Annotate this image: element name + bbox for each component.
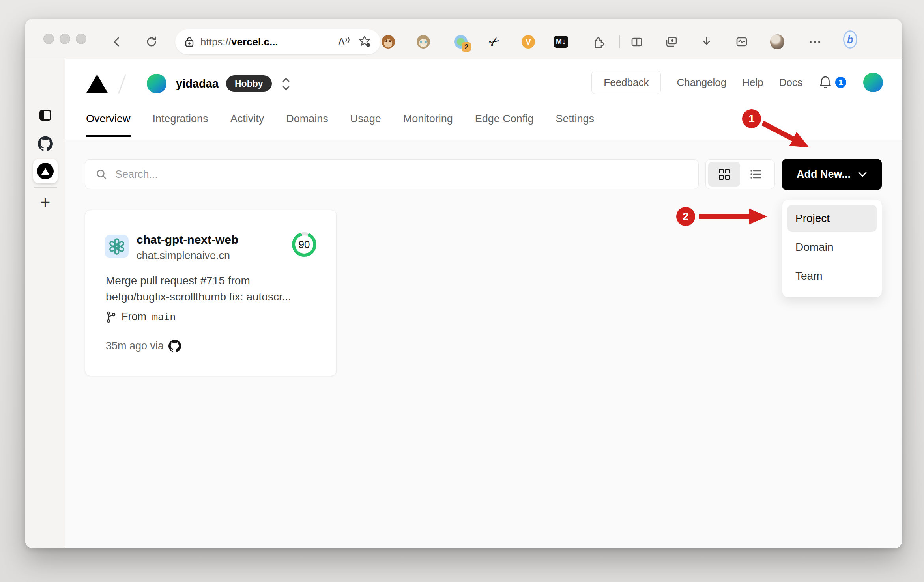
- breadcrumb-slash: [118, 74, 126, 94]
- zoom-window-button[interactable]: [76, 34, 86, 44]
- read-aloud-letter: A: [338, 36, 345, 48]
- monkey-extension-button[interactable]: [381, 35, 395, 49]
- plan-badge: Hobby: [226, 75, 272, 92]
- profile-button[interactable]: [770, 35, 784, 49]
- user-avatar[interactable]: [863, 73, 883, 92]
- add-new-button[interactable]: Add New...: [782, 159, 882, 190]
- branch-row: From main: [106, 311, 176, 323]
- split-screen-icon: [630, 35, 643, 48]
- tab-overview[interactable]: Overview: [86, 113, 131, 137]
- notifications-button[interactable]: 1: [818, 75, 847, 90]
- git-branch-icon: [106, 311, 116, 323]
- commit-message: Merge pull request #715 from betgo/bugfi…: [106, 272, 321, 305]
- vercel-header: yidadaa Hobby Feedback Changelog Help Do…: [65, 59, 902, 106]
- scissors-icon: ✂: [485, 33, 503, 51]
- tab-github[interactable]: [25, 136, 65, 151]
- branch-name: main: [152, 311, 176, 323]
- tab-domains[interactable]: Domains: [286, 113, 328, 137]
- refresh-button[interactable]: [144, 35, 159, 49]
- grid-view-icon: [719, 169, 730, 180]
- address-bar[interactable]: https://vercel.c... A: [175, 29, 380, 54]
- more-menu-button[interactable]: [808, 35, 822, 49]
- lighthouse-score-ring[interactable]: 90: [292, 232, 316, 257]
- header-actions: Feedback Changelog Help Docs 1: [591, 70, 883, 95]
- vercel-favicon: [37, 163, 54, 179]
- menu-item-domain[interactable]: Domain: [787, 234, 877, 261]
- team-switcher-button[interactable]: [281, 76, 291, 93]
- github-source-icon: [168, 340, 181, 352]
- help-link[interactable]: Help: [742, 76, 763, 89]
- traffic-lights: [43, 34, 86, 44]
- minimize-window-button[interactable]: [60, 34, 70, 44]
- clipper-extension-button[interactable]: ✂: [487, 35, 501, 49]
- ellipsis-icon: [810, 41, 820, 43]
- up-down-chevron-icon: [281, 76, 291, 92]
- project-card[interactable]: chat-gpt-next-web chat.simplenaive.cn 90…: [85, 210, 337, 376]
- vercel-logo-icon[interactable]: [86, 75, 108, 93]
- view-switcher: [705, 159, 775, 189]
- vertical-tabs-sidebar: +: [25, 59, 65, 548]
- feedback-button[interactable]: Feedback: [591, 71, 661, 94]
- list-view-icon: [750, 169, 762, 179]
- tab-edge-config[interactable]: Edge Config: [475, 113, 534, 137]
- github-icon: [38, 136, 53, 151]
- read-aloud-button[interactable]: A: [338, 36, 350, 48]
- toolbar-separator: [619, 35, 620, 48]
- tab-panel-toggle-button[interactable]: [25, 110, 65, 121]
- browser-essentials-button[interactable]: [735, 35, 749, 49]
- team-avatar[interactable]: [147, 74, 166, 93]
- new-tab-button[interactable]: +: [25, 195, 65, 209]
- tab-vercel-active[interactable]: [33, 159, 58, 183]
- grid-view-button[interactable]: [708, 162, 740, 187]
- download-icon: [700, 35, 713, 48]
- commit-line-1: Merge pull request #715 from: [106, 272, 321, 289]
- collections-button[interactable]: [664, 35, 679, 49]
- tab-activity[interactable]: Activity: [230, 113, 264, 137]
- tab-settings[interactable]: Settings: [556, 113, 594, 137]
- menu-item-project[interactable]: Project: [787, 205, 877, 232]
- markdown-download-icon: M↓: [554, 36, 568, 48]
- add-new-label: Add New...: [797, 168, 851, 181]
- score-value: 90: [295, 235, 313, 254]
- deploy-meta-row: 35m ago via: [106, 340, 181, 352]
- menu-item-team[interactable]: Team: [787, 263, 877, 289]
- bell-icon: [818, 75, 832, 90]
- browser-essentials-icon: [735, 35, 748, 48]
- project-favicon: [105, 235, 129, 258]
- markdown-extension-button[interactable]: M↓: [554, 35, 568, 49]
- changelog-link[interactable]: Changelog: [677, 76, 726, 89]
- extensions-menu-button[interactable]: [591, 35, 605, 49]
- add-favorite-button[interactable]: [358, 35, 371, 49]
- dashboard-content: Add New... Project Domain Team: [65, 140, 902, 548]
- monkey-icon: [382, 35, 395, 48]
- search-box: [85, 159, 699, 189]
- project-name[interactable]: chat-gpt-next-web: [137, 233, 238, 246]
- split-screen-button[interactable]: [630, 35, 644, 49]
- close-window-button[interactable]: [43, 34, 54, 44]
- downloads-button[interactable]: [700, 35, 714, 49]
- team-name: yidadaa: [176, 77, 219, 90]
- sloth-icon: [417, 35, 430, 48]
- openai-logo-icon: [108, 238, 125, 255]
- search-input[interactable]: [115, 168, 688, 181]
- tab-integrations[interactable]: Integrations: [153, 113, 208, 137]
- plus-icon: +: [40, 195, 51, 209]
- list-view-button[interactable]: [740, 162, 772, 187]
- star-icon: [358, 35, 371, 47]
- docs-link[interactable]: Docs: [779, 76, 802, 89]
- search-icon: [95, 168, 107, 180]
- sidebar-divider: [34, 187, 57, 188]
- add-new-menu: Project Domain Team: [782, 200, 882, 297]
- sloth-extension-button[interactable]: [416, 35, 430, 49]
- proxy-extension-button[interactable]: 2: [454, 35, 468, 49]
- extension-count-badge: 2: [462, 42, 471, 52]
- puzzle-icon: [591, 35, 605, 48]
- commit-line-2: betgo/bugfix-scrollthumb fix: autoscr...: [106, 289, 321, 305]
- project-domain[interactable]: chat.simplenaive.cn: [137, 250, 230, 262]
- tab-usage[interactable]: Usage: [350, 113, 381, 137]
- tab-monitoring[interactable]: Monitoring: [403, 113, 453, 137]
- browser-window: https://vercel.c... A 2 ✂ V M↓: [25, 19, 902, 548]
- bing-chat-button[interactable]: b: [843, 32, 857, 47]
- v-extension-button[interactable]: V: [521, 35, 535, 49]
- back-button[interactable]: [110, 35, 124, 49]
